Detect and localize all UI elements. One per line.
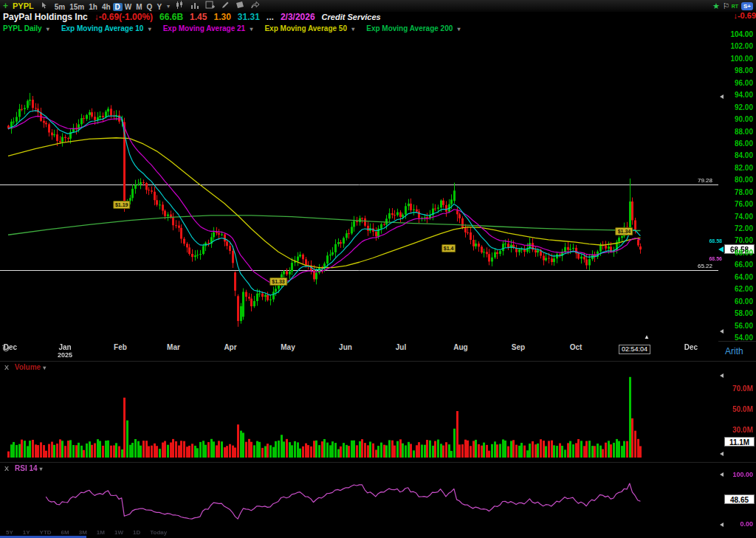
- range-button-1m[interactable]: 1M: [97, 529, 105, 536]
- bar-countdown-timer: 02:54:04: [619, 345, 650, 354]
- timeframe-dropdown-icon[interactable]: ▾: [167, 3, 170, 10]
- next-earnings-date: 2/3/2026: [281, 12, 315, 22]
- x-axis-month-label: Oct: [570, 344, 583, 351]
- price-tick: 66.00: [722, 261, 755, 269]
- axis-marker-icon: [720, 472, 724, 477]
- quote-row: PayPal Holdings Inc ↓-0.69(-1.00%) 66.6B…: [0, 11, 756, 23]
- timeframe-button-5m[interactable]: 5m: [52, 3, 67, 11]
- realtime-badge: RT: [732, 4, 738, 9]
- price-tick: 56.00: [722, 322, 755, 330]
- price-tick: 62.00: [722, 285, 755, 293]
- volume-chart-canvas[interactable]: [0, 362, 718, 459]
- timeframe-button-1h[interactable]: 1h: [86, 3, 100, 11]
- price-tick: 82.00: [722, 164, 755, 172]
- level-price-label: 65.22: [650, 263, 712, 269]
- x-axis-month-label: Jul: [396, 344, 406, 351]
- industry-label: Credit Services: [322, 13, 381, 21]
- market-cap: 66.6B: [159, 12, 183, 22]
- volume-tick: 30.0M: [722, 426, 755, 434]
- price-chart-canvas[interactable]: [0, 34, 718, 342]
- timeframe-button-W[interactable]: W: [123, 3, 134, 11]
- timeframe-button-M[interactable]: M: [134, 3, 144, 11]
- timeframe-button-Q[interactable]: Q: [145, 3, 155, 11]
- stream-badge[interactable]: S+: [741, 2, 753, 10]
- price-tick: 86.00: [722, 139, 755, 148]
- bid-price-label: 68.56: [693, 256, 722, 261]
- current-rsi-box: 48.65: [724, 494, 755, 504]
- add-symbol-icon[interactable]: +: [3, 1, 8, 10]
- panel-separator: [0, 462, 756, 463]
- earnings-eps-flag: $1.34: [616, 227, 633, 235]
- price-tick: 88.00: [722, 128, 755, 136]
- mini-change-label: ↓-0.69: [733, 11, 756, 20]
- range-button-3m[interactable]: 3M: [79, 529, 87, 536]
- price-tick: 96.00: [722, 79, 755, 87]
- x-axis-month-label: Apr: [224, 344, 236, 351]
- timeframe-button-D[interactable]: D: [113, 3, 123, 11]
- price-tick: 76.00: [722, 200, 755, 208]
- x-axis-month-label: Feb: [114, 344, 127, 351]
- price-tick: 58.00: [722, 309, 755, 317]
- price-tick: 92.00: [722, 103, 755, 111]
- price-tick: 94.00: [722, 91, 755, 99]
- volume-tick: 70.0M: [722, 384, 755, 393]
- flag-icon[interactable]: ⚐: [723, 1, 730, 11]
- price-tick: 74.00: [722, 213, 755, 221]
- range-button-today[interactable]: Today: [150, 529, 167, 536]
- legend-item-0[interactable]: PYPL Daily ▾: [3, 24, 49, 32]
- timeframe-button-4h[interactable]: 4h: [100, 3, 113, 11]
- trading-app-window: + PYPL 5m15m1h4hDWMQY ▾ ★ ⚐RT S+: [0, 0, 756, 538]
- price-tick: 80.00: [722, 176, 755, 184]
- quote-ellipsis: ...: [267, 12, 274, 22]
- eps-prev-value: 1.30: [213, 12, 230, 22]
- favorite-star-icon[interactable]: ★: [712, 1, 720, 11]
- rsi-chart-canvas[interactable]: [0, 463, 718, 530]
- range-button-1d[interactable]: 1D: [133, 529, 140, 536]
- volume-close-button[interactable]: X: [4, 364, 9, 371]
- price-tick: 78.00: [722, 188, 755, 196]
- company-name: PayPal Holdings Inc: [3, 12, 88, 22]
- price-tick: 68.00: [722, 249, 755, 257]
- rsi-tick: 100.00: [722, 471, 755, 478]
- x-axis-month-label: Jan2025: [58, 344, 72, 359]
- range-button-1w[interactable]: 1W: [114, 529, 123, 536]
- rsi-close-button[interactable]: X: [4, 465, 9, 472]
- x-axis-month-label: Jun: [339, 344, 352, 351]
- range-button-1y[interactable]: 1Y: [23, 529, 30, 536]
- x-axis-month-label: Sep: [512, 344, 525, 351]
- volume-panel-title[interactable]: Volume ▾: [15, 363, 46, 371]
- scale-mode-label[interactable]: Arith: [725, 346, 743, 356]
- axis-marker-icon: [720, 523, 724, 527]
- x-axis-month-label: Dec: [684, 344, 698, 351]
- legend-item-4[interactable]: Exp Moving Average 200 ▾: [366, 24, 460, 32]
- range-button-5y[interactable]: 5Y: [6, 529, 13, 536]
- price-tick: 64.00: [722, 273, 755, 281]
- volume-panel-header: X Volume ▾: [0, 363, 46, 371]
- legend-item-3[interactable]: Exp Moving Average 50 ▾: [264, 24, 354, 32]
- axis-marker-icon: [720, 373, 724, 378]
- level-price-label: 79.28: [650, 177, 712, 184]
- price-tick: 100.00: [722, 55, 755, 63]
- symbol-label[interactable]: PYPL: [13, 1, 34, 10]
- price-change: ↓-0.69(-1.00%): [94, 12, 153, 22]
- current-volume-box: 11.1M: [724, 437, 755, 446]
- range-button-ytd[interactable]: YTD: [40, 529, 52, 536]
- legend-item-1[interactable]: Exp Moving Average 10 ▾: [61, 24, 151, 32]
- top-toolbar: + PYPL 5m15m1h4hDWMQY ▾ ★ ⚐RT S+: [0, 0, 756, 12]
- timeframe-button-Y[interactable]: Y: [154, 3, 164, 11]
- pe-ratio: 31.31: [238, 12, 260, 22]
- price-tick: 104.00: [722, 30, 755, 38]
- legend-item-2[interactable]: Exp Moving Average 21 ▾: [163, 24, 253, 32]
- earnings-eps-flag: $1.4: [441, 244, 456, 252]
- range-button-6m[interactable]: 6M: [61, 529, 69, 536]
- price-tick: 102.00: [722, 42, 755, 50]
- timeframe-button-15m[interactable]: 15m: [67, 3, 86, 11]
- x-axis-month-label: Aug: [453, 344, 467, 351]
- axis-marker-icon: [720, 452, 724, 456]
- x-axis-month-label: May: [281, 344, 295, 351]
- axis-marker-icon: [720, 94, 724, 99]
- range-button-row: 5Y1YYTD6M3M1M1W1DToday: [6, 529, 167, 536]
- price-tick: 70.00: [722, 236, 755, 244]
- rsi-panel-title[interactable]: RSI 14 ▾: [15, 464, 42, 472]
- current-bar-arrow-icon: ▲: [644, 334, 650, 340]
